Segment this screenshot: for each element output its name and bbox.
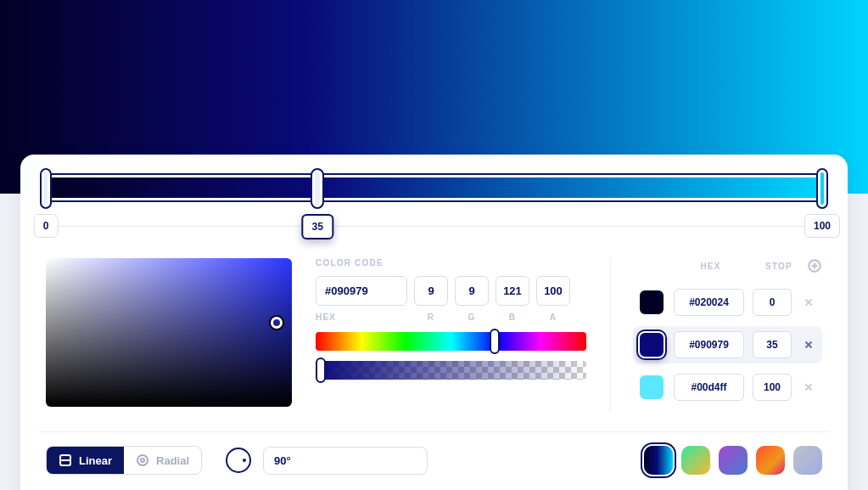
- preset-2[interactable]: [719, 446, 748, 475]
- gradient-scale: 0 35 100: [46, 214, 822, 239]
- gradient-bar[interactable]: [46, 173, 822, 202]
- scale-min[interactable]: 0: [34, 214, 59, 238]
- stops-stop-header: STOP: [759, 262, 798, 271]
- angle-input[interactable]: [263, 447, 428, 475]
- gradient-type-toggle: Linear Radial: [46, 446, 202, 475]
- hex-input[interactable]: [316, 276, 407, 306]
- gradient-stop-handle-2[interactable]: [816, 168, 828, 209]
- alpha-handle[interactable]: [316, 358, 326, 383]
- hue-slider[interactable]: [316, 332, 586, 351]
- hue-handle[interactable]: [490, 329, 500, 354]
- b-input[interactable]: [496, 276, 529, 306]
- preset-1[interactable]: [681, 446, 710, 475]
- delete-stop-2[interactable]: [800, 379, 817, 396]
- stop-swatch-0[interactable]: [638, 289, 665, 316]
- editor-panel: 0 35 100 COLOR CODE HEX R G B A: [20, 155, 848, 490]
- g-input[interactable]: [455, 276, 489, 306]
- stop-pos-1[interactable]: [753, 331, 792, 358]
- delete-stop-0[interactable]: [800, 294, 817, 311]
- stop-hex-2[interactable]: [674, 374, 744, 401]
- stop-row-0[interactable]: [633, 284, 822, 321]
- stop-hex-1[interactable]: [674, 331, 744, 358]
- stop-row-1[interactable]: [633, 326, 822, 363]
- sv-cursor[interactable]: [271, 317, 283, 329]
- add-stop-button[interactable]: [807, 258, 822, 273]
- stop-pos-0[interactable]: [753, 289, 792, 316]
- preset-swatches: [644, 446, 822, 475]
- b-label: B: [496, 313, 529, 322]
- g-label: G: [455, 313, 489, 322]
- linear-label: Linear: [79, 454, 112, 467]
- gradient-stop-handle-0[interactable]: [40, 168, 52, 209]
- stop-hex-0[interactable]: [674, 289, 744, 316]
- svg-point-2: [137, 455, 148, 465]
- stop-swatch-1[interactable]: [638, 331, 665, 358]
- r-label: R: [414, 313, 448, 322]
- preset-4[interactable]: [793, 446, 822, 475]
- radial-icon: [136, 453, 149, 467]
- stops-hex-header: HEX: [670, 262, 751, 271]
- delete-stop-1[interactable]: [800, 336, 817, 353]
- radial-type-button[interactable]: Radial: [124, 447, 201, 474]
- footer-bar: Linear Radial: [39, 431, 829, 478]
- r-input[interactable]: [414, 276, 448, 306]
- a-input[interactable]: [536, 276, 570, 306]
- radial-label: Radial: [156, 454, 189, 467]
- stop-swatch-2[interactable]: [638, 374, 665, 401]
- scale-selected[interactable]: 35: [302, 214, 333, 239]
- color-code-section: COLOR CODE HEX R G B A: [316, 258, 586, 380]
- linear-type-button[interactable]: Linear: [47, 447, 124, 474]
- scale-max[interactable]: 100: [804, 214, 840, 238]
- preset-current[interactable]: [644, 446, 673, 475]
- saturation-value-picker[interactable]: [46, 258, 292, 407]
- color-code-title: COLOR CODE: [316, 258, 586, 268]
- preset-3[interactable]: [756, 446, 785, 475]
- linear-icon: [59, 453, 72, 467]
- stop-row-2[interactable]: [633, 369, 822, 406]
- svg-point-3: [141, 459, 144, 462]
- stops-list: HEX STOP: [610, 258, 822, 411]
- hex-label: HEX: [316, 313, 407, 322]
- alpha-slider[interactable]: [316, 361, 586, 380]
- stop-pos-2[interactable]: [753, 374, 792, 401]
- a-label: A: [536, 313, 570, 322]
- angle-knob[interactable]: [226, 448, 251, 473]
- gradient-stop-handle-1[interactable]: [311, 168, 324, 209]
